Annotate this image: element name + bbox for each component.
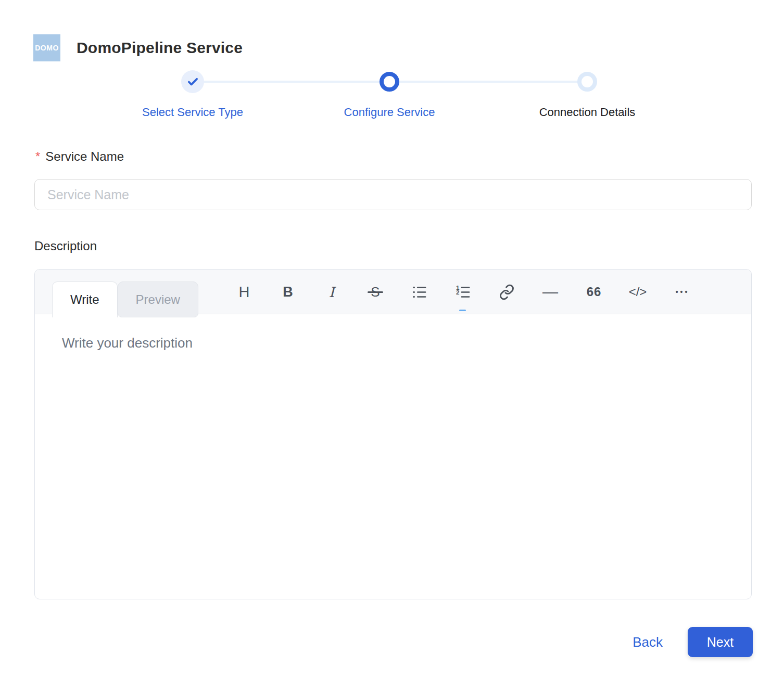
step-label: Select Service Type <box>142 106 243 119</box>
ordered-list-icon[interactable]: 1 2 <box>452 279 473 304</box>
check-icon <box>187 76 199 88</box>
editor-header: Write Preview H B I S <box>35 270 751 314</box>
editor-tabs: Write Preview <box>52 281 198 317</box>
heading-icon[interactable]: H <box>234 279 255 304</box>
more-icon[interactable]: ••• <box>671 279 692 304</box>
step-complete-circle <box>181 70 204 93</box>
service-name-label-text: Service Name <box>45 149 124 163</box>
editor-toolbar: H B I S <box>234 270 692 314</box>
ordered-list-indicator <box>459 310 466 311</box>
domo-logo: DOMO <box>33 34 60 61</box>
svg-text:2: 2 <box>456 289 459 296</box>
app-header: DOMO DomoPipeline Service <box>33 34 243 61</box>
footer-actions: Back Next <box>633 627 753 657</box>
bold-icon[interactable]: B <box>277 279 298 304</box>
quote-icon[interactable]: 66 <box>584 279 604 304</box>
tab-preview[interactable]: Preview <box>118 281 198 317</box>
page-title: DomoPipeline Service <box>77 39 243 57</box>
strikethrough-icon[interactable]: S <box>365 279 386 304</box>
tab-write[interactable]: Write <box>52 281 118 317</box>
back-button[interactable]: Back <box>633 634 663 650</box>
step-upcoming-circle <box>577 72 597 92</box>
code-icon[interactable]: </> <box>627 279 648 304</box>
service-name-label: *Service Name <box>35 149 124 164</box>
step-label: Configure Service <box>344 106 435 119</box>
description-editor: Write Preview H B I S <box>34 269 752 599</box>
link-icon[interactable] <box>496 279 517 304</box>
description-textarea[interactable] <box>35 314 751 599</box>
stepper: Select Service Type Configure Service Co… <box>0 70 784 133</box>
required-asterisk: * <box>35 149 40 163</box>
unordered-list-icon[interactable] <box>409 279 429 304</box>
step-active-circle <box>380 72 399 92</box>
service-name-input[interactable] <box>34 179 752 210</box>
step-label: Connection Details <box>539 106 636 119</box>
next-button[interactable]: Next <box>688 627 753 657</box>
editor-body <box>35 314 751 599</box>
horizontal-rule-icon[interactable]: — <box>540 279 561 304</box>
italic-icon[interactable]: I <box>321 279 342 304</box>
description-label: Description <box>34 239 97 253</box>
wizard-page: DOMO DomoPipeline Service Select Service… <box>0 0 784 692</box>
